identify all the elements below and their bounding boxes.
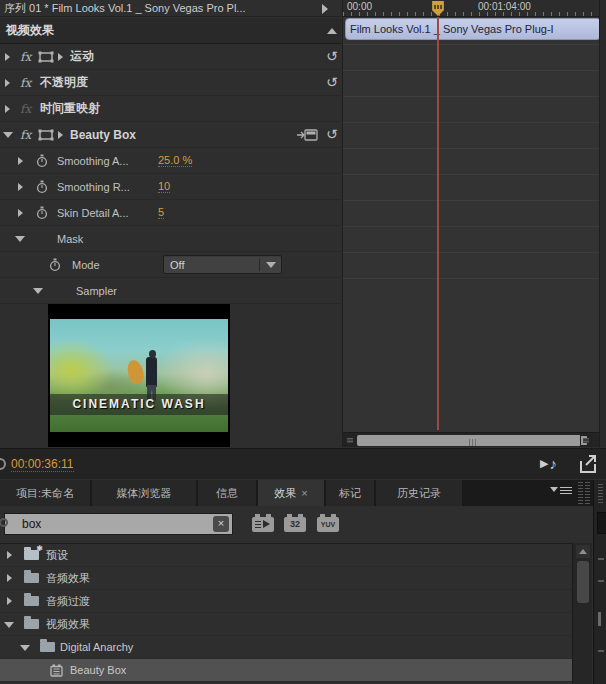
reset-effect-icon[interactable]: ↺ [326,127,338,141]
tab-effects[interactable]: 效果 × [258,480,324,506]
stopwatch-icon[interactable] [36,154,48,168]
timeline-ruler[interactable]: 00:00 00:01:04:00 [343,0,606,17]
effect-controls-timeline[interactable]: 00:00 00:01:04:00 Film Looks Vol.1 _ Son… [342,0,606,447]
stopwatch-icon[interactable] [36,180,48,194]
effect-row-motion[interactable]: fx 运动 ↺ [0,44,341,70]
play-audio-button[interactable]: ▶♪ [540,455,557,472]
note-icon: ♪ [549,455,557,472]
effect-name[interactable]: 不透明度 [40,74,88,91]
current-timecode[interactable]: 00:00:36:11 [11,457,74,472]
param-value[interactable]: 5 [158,206,164,219]
disclosure-icon[interactable] [7,597,12,605]
video-effects-section-header[interactable]: 视频效果 [0,18,341,44]
hscroll-right-handle[interactable] [580,435,592,446]
yuv-effects-filter[interactable]: YUV [317,517,339,532]
lane-divider [343,226,606,227]
disclosure-open-icon[interactable] [33,288,43,294]
tree-item-label[interactable]: Digital Anarchy [60,641,133,653]
tree-item-label[interactable]: 视频效果 [46,617,90,632]
lane-divider [343,96,606,97]
sampler-preview-thumbnail[interactable]: CINEMATIC WASH [48,304,230,447]
disclosure-icon[interactable] [18,209,23,217]
mode-dropdown[interactable]: Off [163,255,282,274]
stopwatch-icon[interactable] [36,206,48,220]
param-group-mask[interactable]: Mask [0,226,341,252]
timeline-clip[interactable]: Film Looks Vol.1 _ Sony Vegas Pro Plug-I [345,18,601,40]
tree-row-presets[interactable]: ✱ 预设 [0,544,572,567]
figure-bag [126,358,146,385]
disclosure-open-icon[interactable] [3,132,13,138]
fx-icon[interactable]: fx [20,128,31,142]
preview-photo: CINEMATIC WASH [50,319,228,432]
tab-project[interactable]: 项目:未命名 [0,480,90,506]
collapse-section-icon[interactable] [327,28,337,34]
titlebar-play-icon[interactable] [322,4,328,14]
tree-item-label[interactable]: 音频效果 [46,571,90,586]
disclosure-icon[interactable] [18,157,23,165]
effect-plugin-icon [50,664,63,677]
tree-row-audio-transitions[interactable]: 音频过渡 [0,590,572,613]
disclosure-icon[interactable] [5,105,10,113]
param-row-skin-detail[interactable]: Skin Detail A... 5 [0,200,341,226]
tree-item-label[interactable]: 音频过渡 [46,594,90,609]
disclosure-icon[interactable] [5,53,10,61]
export-frame-button[interactable] [578,453,600,475]
effects-search-input[interactable] [4,513,233,535]
param-value[interactable]: 25.0 % [158,154,192,167]
accelerated-effects-filter[interactable] [252,517,274,532]
disclosure-icon[interactable] [18,183,23,191]
setup-dialog-icon[interactable] [296,129,318,141]
tree-row-video-effects[interactable]: 视频效果 [0,613,572,636]
effect-name[interactable]: 时间重映射 [40,100,100,117]
hscroll-thumb[interactable] [357,435,587,446]
disclosure-icon[interactable] [5,79,10,87]
tree-item-label[interactable]: 预设 [46,548,68,563]
tree-item-label[interactable]: Beauty Box [70,664,126,676]
param-group-sampler[interactable]: Sampler [0,278,341,304]
bit32-effects-filter[interactable]: 32 [284,517,306,532]
effect-row-opacity[interactable]: fx 不透明度 ↺ [0,70,341,96]
disclosure-icon[interactable] [7,574,12,582]
dropdown-divider [259,258,260,271]
tree-row-audio-effects[interactable]: 音频效果 [0,567,572,590]
tab-media-browser[interactable]: 媒体浏览器 [92,480,196,506]
scroll-up-button[interactable] [576,545,590,558]
disclosure-open-icon[interactable] [15,236,25,242]
effect-name[interactable]: Beauty Box [70,128,136,142]
effect-row-time-remapping[interactable]: fx 时间重映射 [0,96,341,122]
disclosure-icon[interactable] [7,551,12,559]
effects-tree-scrollbar[interactable] [572,543,592,684]
tab-markers[interactable]: 标记 [326,480,374,506]
hscroll-left-handle[interactable] [344,435,356,446]
param-row-mode[interactable]: Mode Off [0,252,341,278]
param-row-smoothing-amount[interactable]: Smoothing A... 25.0 % [0,148,341,174]
fx-icon[interactable]: fx [20,50,31,64]
folder-icon: ✱ [24,550,39,560]
effect-row-beauty-box[interactable]: fx Beauty Box ↺ [0,122,341,148]
panel-menu-button[interactable] [550,485,572,494]
close-tab-icon[interactable]: × [301,487,307,499]
ruler-end-label: 00:01:04:00 [478,1,531,12]
param-row-smoothing-radius[interactable]: Smoothing R... 10 [0,174,341,200]
stopwatch-icon[interactable] [49,258,61,272]
fx-icon[interactable]: fx [20,76,31,90]
premiere-workspace: 序列 01 * Film Looks Vol.1 _ Sony Vegas Pr… [0,0,606,684]
effect-name[interactable]: 运动 [70,48,94,65]
timeline-hscrollbar[interactable] [343,432,606,447]
tab-history[interactable]: 历史记录 [376,480,462,506]
clear-search-button[interactable]: × [213,516,229,532]
param-value[interactable]: 10 [158,180,170,193]
tree-row-beauty-box[interactable]: Beauty Box [0,659,572,682]
ruler-ticks [343,12,606,16]
scrollbar-thumb[interactable] [577,561,589,603]
playhead-line[interactable] [437,17,439,430]
lane-divider [343,122,606,123]
folder-icon [24,573,39,583]
disclosure-open-icon[interactable] [4,622,14,628]
reset-effect-icon[interactable]: ↺ [326,75,338,89]
reset-effect-icon[interactable]: ↺ [326,49,338,63]
disclosure-open-icon[interactable] [20,645,30,651]
tab-info[interactable]: 信息 [198,480,256,506]
tree-row-digital-anarchy[interactable]: Digital Anarchy [0,636,572,659]
badge-yuv-label: YUV [321,521,335,528]
